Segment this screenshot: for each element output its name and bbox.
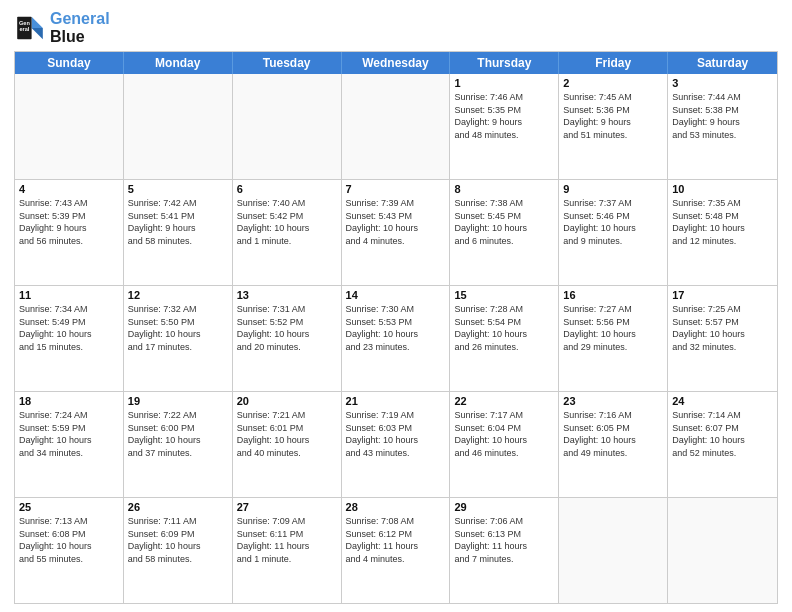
day-cell-26: 26Sunrise: 7:11 AMSunset: 6:09 PMDayligh… — [124, 498, 233, 603]
daylight-text: and 23 minutes. — [346, 342, 410, 352]
daylight-text: and 29 minutes. — [563, 342, 627, 352]
day-cell-29: 29Sunrise: 7:06 AMSunset: 6:13 PMDayligh… — [450, 498, 559, 603]
daylight-text: and 46 minutes. — [454, 448, 518, 458]
daylight-text: and 32 minutes. — [672, 342, 736, 352]
daylight-text: and 6 minutes. — [454, 236, 513, 246]
daylight-text: and 26 minutes. — [454, 342, 518, 352]
day-info: Sunrise: 7:39 AMSunset: 5:43 PMDaylight:… — [346, 197, 446, 247]
sunrise-text: Sunrise: 7:25 AM — [672, 304, 741, 314]
day-cell-17: 17Sunrise: 7:25 AMSunset: 5:57 PMDayligh… — [668, 286, 777, 391]
day-info: Sunrise: 7:35 AMSunset: 5:48 PMDaylight:… — [672, 197, 773, 247]
sunrise-text: Sunrise: 7:31 AM — [237, 304, 306, 314]
day-cell-25: 25Sunrise: 7:13 AMSunset: 6:08 PMDayligh… — [15, 498, 124, 603]
day-cell-4: 4Sunrise: 7:43 AMSunset: 5:39 PMDaylight… — [15, 180, 124, 285]
header: Gen eral GeneralBlue — [14, 10, 778, 45]
svg-marker-0 — [32, 16, 43, 27]
sunset-text: Sunset: 5:50 PM — [128, 317, 195, 327]
sunrise-text: Sunrise: 7:42 AM — [128, 198, 197, 208]
calendar-row-2: 4Sunrise: 7:43 AMSunset: 5:39 PMDaylight… — [15, 180, 777, 286]
sunset-text: Sunset: 5:39 PM — [19, 211, 86, 221]
daylight-text: Daylight: 10 hours — [128, 329, 201, 339]
daylight-text: and 34 minutes. — [19, 448, 83, 458]
logo-text: GeneralBlue — [50, 10, 110, 45]
daylight-text: Daylight: 10 hours — [19, 329, 92, 339]
day-cell-22: 22Sunrise: 7:17 AMSunset: 6:04 PMDayligh… — [450, 392, 559, 497]
sunset-text: Sunset: 5:46 PM — [563, 211, 630, 221]
sunset-text: Sunset: 5:38 PM — [672, 105, 739, 115]
daylight-text: and 1 minute. — [237, 554, 292, 564]
daylight-text: Daylight: 10 hours — [672, 329, 745, 339]
day-number: 25 — [19, 501, 119, 513]
daylight-text: and 12 minutes. — [672, 236, 736, 246]
sunrise-text: Sunrise: 7:19 AM — [346, 410, 415, 420]
sunset-text: Sunset: 6:09 PM — [128, 529, 195, 539]
sunset-text: Sunset: 6:07 PM — [672, 423, 739, 433]
calendar-row-4: 18Sunrise: 7:24 AMSunset: 5:59 PMDayligh… — [15, 392, 777, 498]
day-info: Sunrise: 7:16 AMSunset: 6:05 PMDaylight:… — [563, 409, 663, 459]
sunset-text: Sunset: 6:04 PM — [454, 423, 521, 433]
sunset-text: Sunset: 6:08 PM — [19, 529, 86, 539]
day-info: Sunrise: 7:44 AMSunset: 5:38 PMDaylight:… — [672, 91, 773, 141]
day-info: Sunrise: 7:28 AMSunset: 5:54 PMDaylight:… — [454, 303, 554, 353]
daylight-text: and 53 minutes. — [672, 130, 736, 140]
calendar-body: 1Sunrise: 7:46 AMSunset: 5:35 PMDaylight… — [15, 74, 777, 603]
sunrise-text: Sunrise: 7:30 AM — [346, 304, 415, 314]
day-cell-23: 23Sunrise: 7:16 AMSunset: 6:05 PMDayligh… — [559, 392, 668, 497]
day-number: 7 — [346, 183, 446, 195]
svg-marker-1 — [32, 28, 43, 39]
day-number: 6 — [237, 183, 337, 195]
sunrise-text: Sunrise: 7:35 AM — [672, 198, 741, 208]
day-number: 9 — [563, 183, 663, 195]
daylight-text: Daylight: 11 hours — [454, 541, 527, 551]
day-number: 29 — [454, 501, 554, 513]
sunset-text: Sunset: 5:52 PM — [237, 317, 304, 327]
day-cell-empty-4-5 — [559, 498, 668, 603]
daylight-text: and 43 minutes. — [346, 448, 410, 458]
day-number: 14 — [346, 289, 446, 301]
day-number: 26 — [128, 501, 228, 513]
day-cell-24: 24Sunrise: 7:14 AMSunset: 6:07 PMDayligh… — [668, 392, 777, 497]
day-cell-12: 12Sunrise: 7:32 AMSunset: 5:50 PMDayligh… — [124, 286, 233, 391]
daylight-text: Daylight: 10 hours — [672, 223, 745, 233]
daylight-text: and 48 minutes. — [454, 130, 518, 140]
daylight-text: Daylight: 10 hours — [563, 435, 636, 445]
sunset-text: Sunset: 5:56 PM — [563, 317, 630, 327]
sunrise-text: Sunrise: 7:13 AM — [19, 516, 88, 526]
day-cell-1: 1Sunrise: 7:46 AMSunset: 5:35 PMDaylight… — [450, 74, 559, 179]
daylight-text: Daylight: 10 hours — [19, 435, 92, 445]
day-info: Sunrise: 7:27 AMSunset: 5:56 PMDaylight:… — [563, 303, 663, 353]
day-cell-2: 2Sunrise: 7:45 AMSunset: 5:36 PMDaylight… — [559, 74, 668, 179]
day-cell-empty-0-3 — [342, 74, 451, 179]
day-number: 23 — [563, 395, 663, 407]
daylight-text: Daylight: 11 hours — [237, 541, 310, 551]
sunrise-text: Sunrise: 7:21 AM — [237, 410, 306, 420]
day-cell-3: 3Sunrise: 7:44 AMSunset: 5:38 PMDaylight… — [668, 74, 777, 179]
sunrise-text: Sunrise: 7:38 AM — [454, 198, 523, 208]
day-info: Sunrise: 7:21 AMSunset: 6:01 PMDaylight:… — [237, 409, 337, 459]
daylight-text: Daylight: 10 hours — [454, 223, 527, 233]
sunrise-text: Sunrise: 7:22 AM — [128, 410, 197, 420]
daylight-text: Daylight: 9 hours — [672, 117, 740, 127]
day-info: Sunrise: 7:11 AMSunset: 6:09 PMDaylight:… — [128, 515, 228, 565]
daylight-text: Daylight: 10 hours — [19, 541, 92, 551]
sunset-text: Sunset: 5:59 PM — [19, 423, 86, 433]
sunset-text: Sunset: 5:35 PM — [454, 105, 521, 115]
sunrise-text: Sunrise: 7:28 AM — [454, 304, 523, 314]
day-info: Sunrise: 7:19 AMSunset: 6:03 PMDaylight:… — [346, 409, 446, 459]
daylight-text: Daylight: 10 hours — [128, 435, 201, 445]
daylight-text: and 37 minutes. — [128, 448, 192, 458]
day-cell-19: 19Sunrise: 7:22 AMSunset: 6:00 PMDayligh… — [124, 392, 233, 497]
daylight-text: Daylight: 10 hours — [346, 223, 419, 233]
sunset-text: Sunset: 6:01 PM — [237, 423, 304, 433]
day-number: 1 — [454, 77, 554, 89]
day-cell-14: 14Sunrise: 7:30 AMSunset: 5:53 PMDayligh… — [342, 286, 451, 391]
day-info: Sunrise: 7:09 AMSunset: 6:11 PMDaylight:… — [237, 515, 337, 565]
day-number: 27 — [237, 501, 337, 513]
day-cell-9: 9Sunrise: 7:37 AMSunset: 5:46 PMDaylight… — [559, 180, 668, 285]
day-info: Sunrise: 7:13 AMSunset: 6:08 PMDaylight:… — [19, 515, 119, 565]
weekday-header-wednesday: Wednesday — [342, 52, 451, 74]
sunrise-text: Sunrise: 7:37 AM — [563, 198, 632, 208]
calendar-header-row: SundayMondayTuesdayWednesdayThursdayFrid… — [15, 52, 777, 74]
daylight-text: and 58 minutes. — [128, 554, 192, 564]
sunset-text: Sunset: 6:05 PM — [563, 423, 630, 433]
